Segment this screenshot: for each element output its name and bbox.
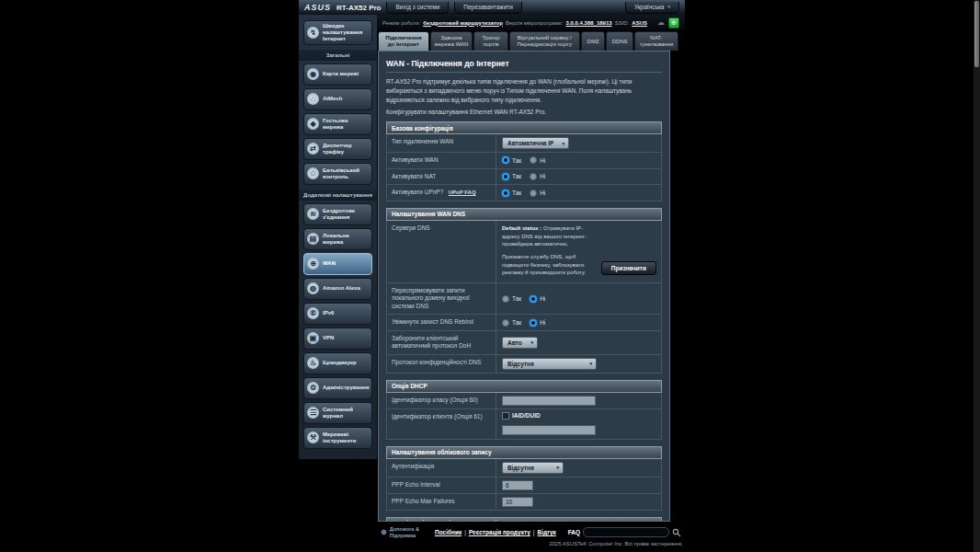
chevron-down-icon: ▾: [562, 141, 564, 146]
sidebar-item-label: WAN: [323, 260, 336, 267]
logout-button[interactable]: Вихід з системи: [386, 2, 449, 14]
sidebar-item-network-tools[interactable]: ⚒ Мережеві інструменти: [303, 427, 372, 449]
parental-control-icon: ☺: [307, 167, 319, 179]
tab-dual-wan[interactable]: Здвоєна мережа WAN: [430, 31, 473, 51]
firmware-label: Версія мікропрограми:: [506, 20, 564, 26]
scrollbar-track[interactable]: [974, 0, 980, 552]
tab-ddns[interactable]: DDNS: [606, 31, 633, 51]
sidebar-section-general: Загальні: [299, 50, 377, 61]
dns-privacy-select[interactable]: Відсутня ▾: [502, 358, 597, 370]
reboot-button[interactable]: Перезавантажити: [454, 2, 522, 14]
radio-no[interactable]: [530, 156, 537, 164]
page-title: WAN - Підключення до Інтернет: [386, 57, 662, 73]
upnp-faq-link[interactable]: UPnP FAQ: [449, 190, 476, 195]
gear-icon: ⚙: [307, 382, 319, 394]
settings-panel: WAN - Підключення до Інтернет RT-AX52 Pr…: [378, 51, 670, 522]
sidebar-item-label: VPN: [323, 335, 334, 341]
tab-port-trigger[interactable]: Тригер портів: [473, 31, 507, 51]
upnp-label: Активувати UPnP?: [392, 189, 443, 195]
wan-type-select[interactable]: Автоматична IP ▾: [502, 137, 569, 149]
sidebar-item-vpn[interactable]: ▣ VPN: [303, 328, 372, 350]
link-separator: |: [533, 529, 535, 535]
option60-input[interactable]: [502, 396, 596, 406]
status-bar: Режим роботи: бездротовий маршрутизатор …: [377, 15, 685, 30]
sidebar-item-guest-network[interactable]: ◈ Гостьова мережа: [303, 113, 372, 135]
help-support-link[interactable]: ⊕ Допомога & Підтримка: [381, 526, 428, 538]
field-label: Заборонити клієнтський автоматичний прот…: [387, 331, 496, 354]
sidebar-inner: ↯ Швидке налаштування Інтернет Загальні …: [299, 15, 377, 459]
sidebar-item-wireless[interactable]: ≋ Бездротове з'єднання: [303, 203, 372, 225]
sidebar-item-lan[interactable]: ▤ Локальна мережа: [303, 228, 372, 250]
radio-yes-label: Так: [512, 190, 521, 196]
table-row: Аутентифікація Відсутня ▾: [387, 459, 661, 477]
sidebar-item-network-map[interactable]: ◉ Карта мережі: [303, 63, 372, 86]
product-registration-link[interactable]: Реєстрація продукту: [469, 529, 530, 535]
sidebar-item-wan[interactable]: ⊕ WAN: [303, 253, 372, 275]
radio-yes[interactable]: [502, 190, 509, 197]
tab-nat-passthrough[interactable]: NAT-тунелювання: [634, 31, 678, 51]
sidebar-item-label: Карта мережі: [323, 71, 359, 77]
basic-config-table: Тип підключення WAN Автоматична IP ▾ Акт…: [386, 134, 662, 201]
manual-link[interactable]: Посібник: [435, 529, 462, 535]
radio-yes[interactable]: [502, 295, 509, 303]
tab-virtual-server[interactable]: Віртуальний сервер / Переадресація порту: [509, 31, 580, 51]
dhcp-option-table: Ідентифікатор класу (Опція 60) Ідентифік…: [386, 393, 662, 440]
firmware-version-link[interactable]: 3.0.0.4.388_18913: [566, 20, 612, 26]
copyright-text: 2025 ASUSTeK Computer Inc. Всі права зас…: [377, 541, 685, 552]
table-row: Тип підключення WAN Автоматична IP ▾: [387, 134, 661, 153]
sidebar-item-amazon-alexa[interactable]: ◍ Amazon Alexa: [303, 278, 372, 300]
tab-dmz[interactable]: DMZ: [581, 31, 605, 51]
operation-mode-link[interactable]: бездротовий маршрутизатор: [423, 20, 503, 26]
notification-icon[interactable]: ☁: [657, 18, 665, 27]
option61-input[interactable]: [502, 425, 596, 435]
sidebar-section-advanced: Додаткові налаштування: [299, 190, 377, 201]
assign-dns-button[interactable]: Призначити: [601, 261, 656, 275]
sidebar-item-ipv6[interactable]: ⑥ IPv6: [303, 303, 372, 325]
radio-yes[interactable]: [502, 173, 509, 180]
traffic-manager-icon: ⇄: [307, 143, 319, 155]
language-select[interactable]: Українська ▾: [625, 2, 679, 14]
field-label: PPP Echo Interval: [387, 477, 496, 493]
radio-no[interactable]: [530, 190, 537, 197]
field-label: Аутентифікація: [387, 459, 496, 477]
field-label: Тип підключення WAN: [387, 134, 496, 152]
radio-no[interactable]: [530, 173, 537, 180]
feedback-link[interactable]: Відгук: [538, 529, 556, 535]
field-label: Активувати WAN: [387, 153, 496, 167]
sidebar-item-label: Батьківський контроль: [323, 167, 369, 180]
sidebar-item-label: Брандмауер: [323, 360, 357, 366]
ppp-echo-interval-input[interactable]: [502, 480, 533, 490]
radio-yes[interactable]: [502, 319, 509, 327]
authentication-select[interactable]: Відсутня ▾: [502, 462, 564, 474]
sidebar-item-firewall[interactable]: ♨ Брандмауер: [303, 352, 372, 374]
scrollbar-thumb[interactable]: [974, 1, 979, 67]
table-row: PPP Echo Max Failures: [387, 494, 661, 510]
wan-dns-table: Сервери DNS Default status : Отримувати …: [386, 221, 662, 374]
sidebar-item-aimesh[interactable]: ⌂ AiMesh: [303, 88, 372, 110]
faq-search-input[interactable]: [583, 527, 669, 537]
operation-mode-label: Режим роботи:: [382, 20, 420, 26]
iaid-duid-checkbox[interactable]: [502, 412, 509, 420]
sidebar-item-quick-setup[interactable]: ↯ Швидке налаштування Інтернет: [303, 20, 372, 45]
body: ↯ Швидке налаштування Інтернет Загальні …: [299, 15, 685, 552]
doh-select[interactable]: Авто ▾: [502, 337, 538, 349]
ppp-echo-max-failures-input[interactable]: [502, 497, 533, 507]
radio-no[interactable]: [530, 319, 537, 327]
sidebar-item-parental-control[interactable]: ☺ Батьківський контроль: [303, 163, 372, 185]
sidebar-item-label: Адміністрування: [323, 385, 369, 391]
sidebar-item-traffic-manager[interactable]: ⇄ Диспетчер трафіку: [303, 138, 372, 160]
section-account-settings: Налаштування облікового запису: [386, 446, 662, 459]
internet-status-icon[interactable]: ⊕: [668, 17, 679, 29]
ssid-label: SSID:: [615, 20, 630, 26]
tab-internet-connection[interactable]: Підключення до Інтернет: [378, 31, 429, 51]
sidebar-item-administration[interactable]: ⚙ Адміністрування: [303, 377, 372, 399]
ssid-link[interactable]: ASUS: [632, 20, 647, 26]
sidebar-item-label: Бездротове з'єднання: [323, 208, 369, 221]
radio-no[interactable]: [530, 295, 537, 303]
search-icon[interactable]: [672, 528, 681, 537]
radio-yes[interactable]: [502, 156, 509, 164]
field-label: Протокол конфіденційності DNS: [387, 355, 496, 373]
sidebar-item-system-log[interactable]: ☰ Системний журнал: [303, 402, 372, 424]
radio-yes-label: Так: [512, 319, 521, 326]
select-value: Відсутня: [507, 361, 534, 367]
